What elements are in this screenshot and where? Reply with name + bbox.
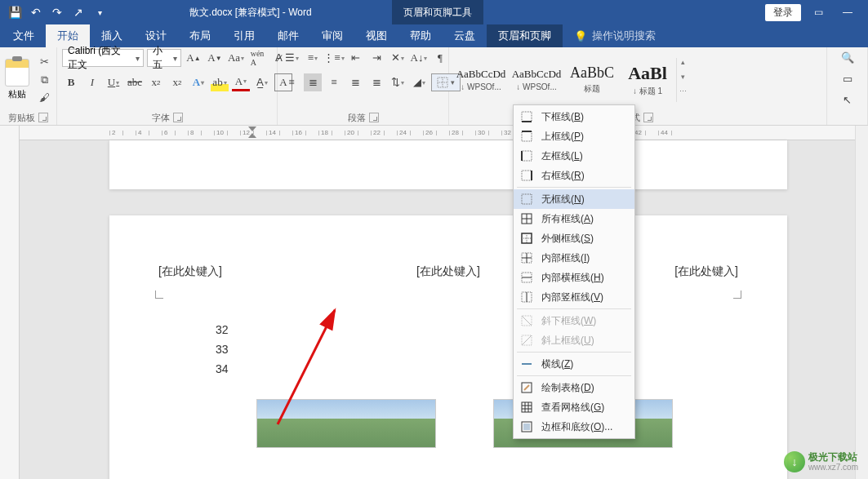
menu-item-borders-shading[interactable]: 边框和底纹(O)... xyxy=(514,417,634,437)
menu-item-diag-down[interactable]: 斜下框线(W) xyxy=(514,311,634,330)
numbering-button[interactable]: ≡ xyxy=(304,49,322,67)
ribbon-options-icon[interactable]: ▭ xyxy=(806,1,830,24)
clipboard-dialog-launcher[interactable] xyxy=(38,113,48,122)
tell-me-search[interactable]: 💡 操作说明搜索 xyxy=(563,24,656,47)
inside-h-icon xyxy=(520,271,533,284)
font-size-combo[interactable]: 小五 xyxy=(147,49,181,67)
horizontal-ruler[interactable] xyxy=(20,126,868,140)
tab-layout[interactable]: 布局 xyxy=(178,24,222,47)
text-effects-button[interactable]: A xyxy=(189,73,207,91)
change-case-button[interactable]: Aa xyxy=(227,49,245,67)
strikethrough-button[interactable]: abc xyxy=(126,73,144,91)
menu-item-inside[interactable]: 内部框线(I) xyxy=(514,248,634,268)
font-color-button[interactable]: A xyxy=(232,73,250,91)
select-button[interactable]: ▭ xyxy=(831,70,864,88)
align-center-button[interactable]: ≣ xyxy=(304,73,322,91)
ltr-button[interactable]: ✕ xyxy=(389,49,407,67)
menu-item-bottom[interactable]: 下框线(B) xyxy=(514,107,634,126)
styles-dialog-launcher[interactable] xyxy=(643,113,653,122)
vertical-scrollbar[interactable] xyxy=(855,126,868,479)
header-left-placeholder[interactable]: [在此处键入] xyxy=(158,264,222,279)
tab-view[interactable]: 视图 xyxy=(354,24,398,47)
qat-more-icon[interactable]: ▾ xyxy=(90,2,109,22)
menu-item-top[interactable]: 上框线(P) xyxy=(514,126,634,146)
style-item-1[interactable]: AaBbCcDd↓ WPSOf... xyxy=(510,57,563,103)
document-page[interactable]: [在此处键入] [在此处键入] [在此处键入] 32 33 34 xyxy=(109,215,787,479)
shading-button[interactable]: ◢ xyxy=(410,73,428,91)
menu-item-inside-h[interactable]: 内部横框线(H) xyxy=(514,268,634,287)
inline-image-1[interactable] xyxy=(256,399,436,448)
menu-item-none[interactable]: 无框线(N) xyxy=(514,189,634,209)
shrink-font-button[interactable]: A▼ xyxy=(206,49,224,67)
vertical-ruler[interactable] xyxy=(0,126,20,479)
font-dialog-launcher[interactable] xyxy=(173,113,183,122)
grow-font-button[interactable]: A▲ xyxy=(185,49,203,67)
justify-button[interactable]: ≣ xyxy=(346,73,364,91)
copy-icon[interactable]: ⧉ xyxy=(36,73,52,87)
header-right-placeholder[interactable]: [在此处键入] xyxy=(674,264,738,279)
menu-item-label: 无框线(N) xyxy=(541,193,585,206)
touch-mode-icon[interactable]: ↗ xyxy=(69,2,88,22)
decrease-indent-button[interactable]: ⇤ xyxy=(346,49,364,67)
undo-icon[interactable]: ↶ xyxy=(26,2,46,22)
increase-indent-button[interactable]: ⇥ xyxy=(367,49,385,67)
style-item-2[interactable]: AaBbC标题 xyxy=(565,57,619,103)
line-spacing-button[interactable]: ⇅ xyxy=(389,73,407,91)
style-item-3[interactable]: AaBl↓ 标题 1 xyxy=(621,57,674,103)
superscript-button[interactable]: x2 xyxy=(168,73,186,91)
menu-item-right[interactable]: 右框线(R) xyxy=(514,166,634,185)
tab-file[interactable]: 文件 xyxy=(2,24,46,47)
font-name-combo[interactable]: Calibri (西文正文 xyxy=(62,49,144,67)
tab-references[interactable]: 引用 xyxy=(222,24,266,47)
align-left-button[interactable]: ≡ xyxy=(283,73,300,91)
align-right-button[interactable]: ≡ xyxy=(325,73,343,91)
ruler-tick xyxy=(266,131,279,135)
redo-icon[interactable]: ↷ xyxy=(47,2,67,22)
highlight-button[interactable]: ab xyxy=(211,73,229,91)
tab-help[interactable]: 帮助 xyxy=(398,24,443,47)
style-gallery[interactable]: AaBbCcDd↓ WPSOf... AaBbCcDd↓ WPSOf... Aa… xyxy=(454,56,689,104)
enclose-char-button[interactable]: A̲ xyxy=(253,73,271,91)
tab-header-footer[interactable]: 页眉和页脚 xyxy=(487,24,563,47)
italic-button[interactable]: I xyxy=(83,73,101,91)
ruler-tick xyxy=(371,131,384,135)
menu-item-inside-v[interactable]: 内部竖框线(V) xyxy=(514,287,634,307)
format-painter-icon[interactable]: 🖌 xyxy=(36,91,52,105)
multilevel-list-button[interactable]: ⋮≡ xyxy=(325,49,343,67)
menu-item-gridlines[interactable]: 查看网格线(G) xyxy=(514,397,634,417)
sort-button[interactable]: A↓ xyxy=(410,49,428,67)
phonetic-guide-button[interactable]: wénA xyxy=(248,49,266,67)
menu-item-draw[interactable]: 绘制表格(D) xyxy=(514,378,634,397)
menu-item-hline[interactable]: 横线(Z) xyxy=(514,354,634,374)
cut-icon[interactable]: ✂ xyxy=(36,55,52,69)
tab-review[interactable]: 审阅 xyxy=(310,24,354,47)
show-marks-button[interactable]: ¶ xyxy=(431,49,449,67)
cursor-button[interactable]: ↖ xyxy=(831,91,864,109)
header-area[interactable]: [在此处键入] [在此处键入] [在此处键入] xyxy=(109,264,787,279)
menu-item-all[interactable]: 所有框线(A) xyxy=(514,209,634,228)
svg-rect-11 xyxy=(522,194,532,204)
outside-icon xyxy=(520,232,533,245)
minimize-icon[interactable]: — xyxy=(835,1,860,24)
style-gallery-more[interactable]: ▴▾⋯ xyxy=(676,58,689,102)
document-body[interactable]: 32 33 34 xyxy=(216,320,229,379)
underline-button[interactable]: U xyxy=(105,73,122,91)
find-button[interactable]: 🔍 xyxy=(831,49,864,67)
bold-button[interactable]: B xyxy=(62,73,80,91)
paragraph-dialog-launcher[interactable] xyxy=(369,113,379,122)
tab-cloud[interactable]: 云盘 xyxy=(443,24,487,47)
distribute-button[interactable]: ≣ xyxy=(367,73,385,91)
bottom-icon xyxy=(520,110,533,123)
menu-item-diag-up[interactable]: 斜上框线(U) xyxy=(514,330,634,350)
ruler-tick xyxy=(397,131,410,135)
menu-item-left[interactable]: 左框线(L) xyxy=(514,146,634,166)
menu-item-outside[interactable]: 外侧框线(S) xyxy=(514,228,634,248)
header-center-placeholder[interactable]: [在此处键入] xyxy=(416,264,480,279)
login-button[interactable]: 登录 xyxy=(765,4,801,21)
style-item-0[interactable]: AaBbCcDd↓ WPSOf... xyxy=(454,57,508,103)
bullets-button[interactable]: ☰ xyxy=(283,49,300,67)
subscript-button[interactable]: x2 xyxy=(147,73,165,91)
save-icon[interactable]: 💾 xyxy=(5,2,24,22)
paste-button[interactable]: 粘贴 xyxy=(5,59,29,100)
tab-mailings[interactable]: 邮件 xyxy=(266,24,310,47)
